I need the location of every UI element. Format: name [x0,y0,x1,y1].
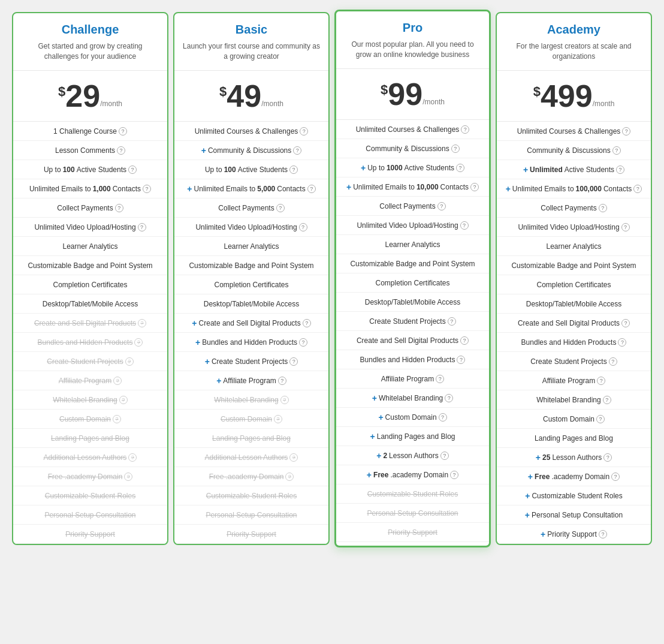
feature-item-pro-14: + Whitelabel Branding? [336,389,489,408]
feature-info-icon-pro-0[interactable]: ? [461,125,469,134]
feature-item-basic-21: Priority Support [174,525,328,544]
feature-info-icon-challenge-17[interactable]: ? [128,453,137,462]
feature-info-icon-academy-3[interactable]: ? [633,185,642,193]
feature-info-icon-challenge-13[interactable]: ? [113,377,122,385]
feature-info-icon-pro-2[interactable]: ? [456,164,464,172]
feature-bold-challenge-2: 100 [63,165,75,174]
feature-info-icon-challenge-18[interactable]: ? [124,473,132,481]
feature-plus-pro-16: + [370,432,375,441]
feature-info-icon-basic-12[interactable]: ? [289,357,298,366]
feature-info-icon-basic-0[interactable]: ? [300,127,308,136]
feature-info-icon-academy-10[interactable]: ? [621,319,630,327]
feature-info-icon-academy-0[interactable]: ? [622,127,630,136]
feature-info-icon-challenge-11[interactable]: ? [134,338,143,347]
feature-info-icon-challenge-10[interactable]: ? [138,319,146,327]
feature-info-icon-challenge-4[interactable]: ? [115,204,123,212]
feature-info-icon-basic-4[interactable]: ? [276,204,285,212]
feature-info-icon-pro-10[interactable]: ? [448,317,456,326]
feature-info-icon-academy-2[interactable]: ? [616,165,624,174]
plan-price-pro: $99/month [336,69,489,120]
feature-info-icon-basic-11[interactable]: ? [299,338,307,347]
plan-name-basic: Basic [182,23,321,37]
feature-item-basic-14: Whitelabel Branding? [174,390,328,410]
feature-item-pro-13: Affiliate Program? [336,369,489,389]
feature-item-academy-18: + Free .academy Domain? [497,467,651,486]
feature-info-icon-pro-4[interactable]: ? [437,202,446,210]
feature-info-icon-pro-17[interactable]: ? [440,452,449,460]
pricing-grid: ChallengeGet started and grow by creatin… [10,10,654,547]
feature-info-icon-pro-15[interactable]: ? [439,413,447,422]
feature-info-icon-basic-10[interactable]: ? [303,319,311,327]
feature-info-icon-pro-3[interactable]: ? [470,183,479,191]
feature-plus-academy-19: + [525,491,530,501]
feature-info-icon-challenge-1[interactable]: ? [117,146,125,155]
feature-info-icon-pro-5[interactable]: ? [460,221,469,230]
feature-info-icon-basic-14[interactable]: ? [280,396,289,404]
plan-price-academy: $499/month [497,71,651,122]
feature-info-icon-challenge-5[interactable]: ? [138,223,146,231]
feature-item-challenge-9: Desktop/Tablet/Mobile Access [13,294,167,314]
feature-plus-academy-3: + [506,184,511,194]
feature-item-academy-9: Desktop/Tablet/Mobile Access [497,294,651,314]
feature-info-icon-academy-18[interactable]: ? [611,473,620,481]
feature-info-icon-pro-18[interactable]: ? [450,471,458,479]
feature-item-academy-8: Completion Certificates [497,275,651,294]
feature-plus-basic-13: + [216,376,221,386]
price-period-challenge: /month [100,100,122,108]
feature-info-icon-academy-12[interactable]: ? [609,357,617,366]
feature-item-pro-21: Priority Support [336,523,489,542]
feature-bold-challenge-3: 1,000 [93,185,111,193]
feature-item-academy-5: Unlimited Video Upload/Hosting? [497,218,651,237]
feature-item-pro-3: + Unlimited Emails to 10,000 Contacts? [336,177,489,197]
feature-item-challenge-0: 1 Challenge Course? [13,122,167,141]
feature-info-icon-pro-1[interactable]: ? [451,145,460,153]
feature-info-icon-basic-13[interactable]: ? [278,377,286,385]
feature-info-icon-academy-1[interactable]: ? [612,146,621,155]
feature-info-icon-academy-11[interactable]: ? [618,338,626,347]
feature-item-academy-15: Custom Domain? [497,410,651,429]
feature-info-icon-basic-18[interactable]: ? [285,473,294,481]
feature-info-icon-basic-2[interactable]: ? [289,165,298,174]
feature-item-basic-19: Customizable Student Roles [174,486,328,505]
feature-item-pro-18: + Free .academy Domain? [336,465,489,484]
feature-info-icon-basic-5[interactable]: ? [299,223,307,231]
plan-name-pro: Pro [343,21,482,35]
feature-bold-pro-18: Free [373,471,388,479]
feature-info-icon-pro-11[interactable]: ? [460,336,469,345]
price-dollar-basic: $ [219,84,227,100]
feature-info-icon-challenge-3[interactable]: ? [143,185,151,193]
feature-info-icon-academy-4[interactable]: ? [599,204,607,212]
feature-info-icon-basic-3[interactable]: ? [307,185,316,193]
feature-info-icon-academy-14[interactable]: ? [603,396,611,404]
feature-info-icon-challenge-2[interactable]: ? [128,165,137,174]
feature-info-icon-academy-17[interactable]: ? [603,453,612,462]
feature-info-icon-basic-15[interactable]: ? [274,415,282,423]
plan-description-pro: Our most popular plan. All you need to g… [343,40,482,61]
feature-item-academy-14: Whitelabel Branding? [497,390,651,410]
feature-info-icon-challenge-0[interactable]: ? [119,127,127,136]
feature-item-academy-13: Affiliate Program? [497,371,651,390]
feature-item-basic-8: Completion Certificates [174,275,328,294]
features-list-pro: Unlimited Courses & Challenges?Community… [336,120,489,546]
feature-info-icon-academy-5[interactable]: ? [621,223,630,231]
feature-info-icon-academy-15[interactable]: ? [596,415,605,423]
price-amount-basic: 49 [227,80,261,112]
feature-item-challenge-8: Completion Certificates [13,275,167,294]
feature-info-icon-academy-13[interactable]: ? [597,377,605,385]
feature-info-icon-challenge-14[interactable]: ? [119,396,128,404]
feature-info-icon-pro-12[interactable]: ? [457,356,465,364]
feature-info-icon-challenge-15[interactable]: ? [113,415,121,423]
feature-info-icon-basic-17[interactable]: ? [289,453,298,462]
features-list-challenge: 1 Challenge Course?Lesson Comments?Up to… [13,122,167,544]
feature-info-icon-challenge-12[interactable]: ? [125,357,134,366]
feature-info-icon-basic-1[interactable]: ? [293,146,301,155]
feature-item-challenge-21: Priority Support [13,525,167,544]
feature-item-academy-3: + Unlimited Emails to 100,000 Contacts? [497,179,651,198]
feature-info-icon-pro-14[interactable]: ? [445,394,453,402]
feature-item-pro-19: Customizable Student Roles [336,484,489,504]
feature-item-basic-2: Up to 100 Active Students? [174,160,328,179]
feature-item-basic-9: Desktop/Tablet/Mobile Access [174,294,328,314]
feature-bold-basic-3: 5,000 [257,185,275,193]
feature-info-icon-academy-21[interactable]: ? [599,530,607,538]
feature-info-icon-pro-13[interactable]: ? [436,375,444,383]
